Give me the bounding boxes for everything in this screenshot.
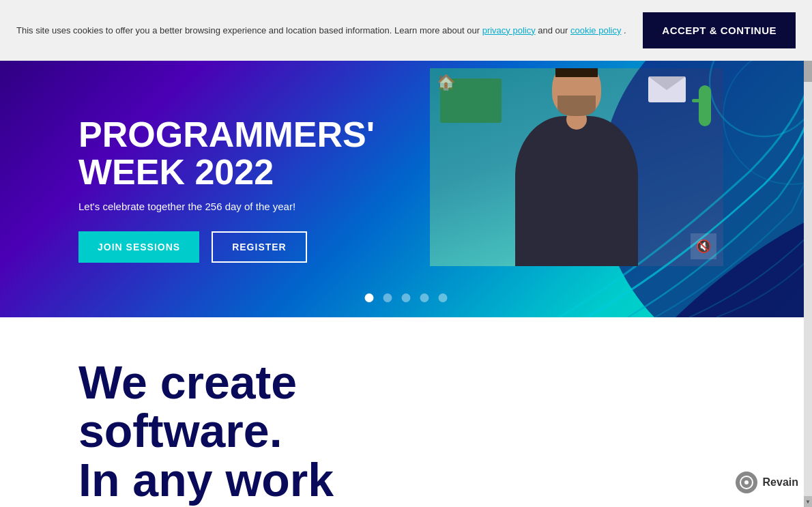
headline-line1: We create software. [78,356,297,457]
scroll-down-arrow[interactable]: ▼ [804,496,812,507]
cookie-message: This site uses cookies to offer you a be… [16,24,629,38]
hero-dot-5[interactable] [439,293,448,302]
hero-subtitle: Let's celebrate together the 256 day of … [78,201,375,212]
hero-content: PROGRAMMERS' WEEK 2022 Let's celebrate t… [0,102,375,262]
revain-text: Revain [763,476,798,489]
main-content: We create software. In any work environm… [0,317,812,507]
person-beard [557,96,596,116]
join-sessions-button[interactable]: JOIN SESSIONS [78,231,199,263]
person-head [552,68,601,116]
cookie-text-before: This site uses cookies to offer you a be… [16,25,482,35]
cookie-connector: and our [538,25,570,35]
hero-buttons: JOIN SESSIONS REGISTER [78,231,375,263]
hero-dot-1[interactable] [365,293,374,302]
revain-icon [736,472,757,493]
headline-line3: environment. [78,502,370,507]
register-button[interactable]: REGISTER [212,231,307,263]
scroll-down-icon: ▼ [805,499,811,505]
hero-banner: PROGRAMMERS' WEEK 2022 Let's celebrate t… [0,48,812,317]
cookie-banner: This site uses cookies to offer you a be… [0,0,812,61]
main-headline: We create software. In any work environm… [78,358,488,507]
headline-line2: In any work [78,454,334,506]
hero-dot-3[interactable] [402,293,411,302]
person-hair [555,68,598,77]
person-body [515,116,638,266]
hero-dots [365,293,448,302]
cookie-period: . [624,25,626,35]
revain-logo: Revain [736,472,798,493]
accept-continue-button[interactable]: ACCEPT & CONTINUE [643,12,796,48]
mute-button[interactable]: 🔇 [691,233,716,259]
svg-point-5 [744,480,749,484]
video-person [430,68,723,266]
hero-dot-2[interactable] [383,293,392,302]
cookie-policy-link[interactable]: cookie policy [570,25,621,35]
scrollbar[interactable]: ▲ ▼ [804,0,812,507]
hero-title: PROGRAMMERS' WEEK 2022 [78,116,375,190]
privacy-policy-link[interactable]: privacy policy [482,25,536,35]
mute-icon: 🔇 [696,239,711,254]
revain-svg-icon [737,473,756,492]
hero-dot-4[interactable] [420,293,429,302]
hero-video: 🏠 🔇 [430,68,723,266]
